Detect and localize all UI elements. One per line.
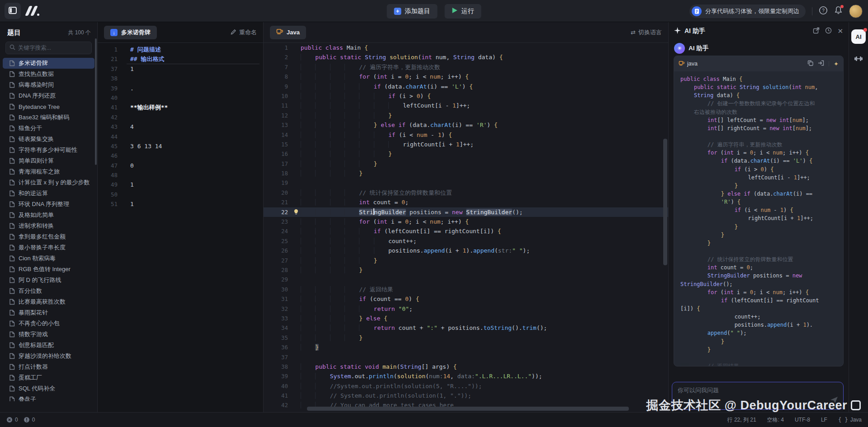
problem-item[interactable]: 创意标题匹配 (3, 340, 94, 351)
help-button[interactable]: ? (819, 6, 828, 16)
ai-code-line[interactable]: } (680, 346, 837, 354)
description-line[interactable]: 40 (98, 93, 263, 103)
language-mode[interactable]: { } Java (838, 417, 862, 423)
description-line[interactable]: 39. (98, 84, 263, 93)
code-line[interactable]: 37 (264, 352, 668, 362)
problem-item[interactable]: 比赛最高获胜次数 (3, 296, 94, 307)
ai-code-line[interactable]: // 创建一个整数数组来记录每个位置左边和 (680, 99, 837, 108)
code-line[interactable]: 28 } (264, 265, 668, 275)
ai-code-line[interactable]: } (680, 231, 837, 239)
eol-setting[interactable]: LF (821, 417, 827, 423)
problem-item[interactable]: Cion 勒索病毒 (3, 253, 94, 264)
problem-item[interactable]: 百分位数 (3, 286, 94, 296)
ai-chat-input[interactable] (672, 382, 844, 410)
code-line[interactable]: 19 (264, 178, 668, 188)
ai-code-line[interactable]: String data) { (680, 91, 837, 99)
run-button[interactable]: 运行 (445, 4, 481, 19)
description-line[interactable]: 50 (98, 190, 263, 199)
problem-item[interactable]: 青海湖租车之旅 (3, 166, 94, 177)
ai-code-line[interactable]: // 返回结果 (680, 362, 837, 366)
description-line[interactable]: 434 (98, 122, 263, 131)
ai-code-line[interactable]: if (data.charAt(i) == 'L') { (680, 157, 837, 165)
code-line[interactable]: 8 for (int i = 0; i < num; i++) { (264, 72, 668, 81)
problem-item[interactable]: 暴雨梨花针 (3, 307, 94, 318)
ai-code-line[interactable]: append(" "); (680, 329, 837, 337)
encoding-setting[interactable]: UTF-8 (795, 417, 810, 423)
ai-code-line[interactable]: positions.append(i + 1). (680, 321, 837, 329)
code-line[interactable]: 41 // System.out.println(solution(1, "."… (264, 391, 668, 400)
ai-code-line[interactable]: int[] leftCount = new int[num]; (680, 116, 837, 124)
code-line[interactable]: 13 } else if (data.charAt(i) == 'R') { (264, 120, 668, 130)
description-editor[interactable]: 1# 问题描述21## 输出格式3713839.4041**输出样例**4243… (98, 43, 263, 412)
ai-code-line[interactable] (680, 132, 837, 141)
problem-item[interactable]: 简单四则计算 (3, 155, 94, 166)
problem-item[interactable]: 最小替换子串长度 (3, 242, 94, 253)
problem-item[interactable]: 和的逆运算 (3, 188, 94, 199)
indentation-setting[interactable]: 空格: 4 (767, 416, 784, 424)
ai-code-line[interactable]: for (int i = 0; i < num; i++) { (680, 149, 837, 157)
ai-code-line[interactable]: } else if (data.charAt(i) == (680, 190, 837, 198)
description-line[interactable]: 491 (98, 180, 263, 189)
problem-item[interactable]: 阿 D 的飞行路线 (3, 275, 94, 286)
description-tab[interactable]: ↓ 多米诺骨牌 (104, 26, 157, 39)
problem-item[interactable]: 字符串有多少种可能性 (3, 145, 94, 155)
code-line[interactable]: 40 //System.out.println(solution(5, "R..… (264, 381, 668, 391)
problem-item[interactable]: 进制求和转换 (3, 221, 94, 231)
ai-code-line[interactable]: int[] rightCount = new int[num]; (680, 124, 837, 132)
user-avatar[interactable] (849, 5, 863, 18)
problem-item[interactable]: 环状 DNA 序列整理 (3, 199, 94, 210)
problem-item[interactable]: Bytedance Tree (3, 101, 94, 112)
code-line[interactable]: 30 // 返回结果 (264, 285, 668, 294)
sidebar-scrollbar[interactable] (95, 38, 97, 165)
magic-icon[interactable]: ✦ (834, 61, 839, 67)
description-line[interactable]: 371 (98, 64, 263, 74)
editor-vertical-scrollbar[interactable] (663, 139, 667, 265)
ai-code-line[interactable]: leftCount[i - 1]++; (680, 174, 837, 182)
description-line[interactable]: 48 (98, 170, 263, 180)
editor-horizontal-scrollbar[interactable] (307, 407, 629, 411)
code-line[interactable]: 36 } (264, 343, 668, 352)
description-line[interactable]: 38 (98, 74, 263, 83)
error-count[interactable]: 0 (6, 417, 18, 423)
ai-code-line[interactable]: count++; (680, 313, 837, 321)
problem-item[interactable]: 蛋糕工厂 (3, 372, 94, 383)
problem-item[interactable]: 链表聚集交换 (3, 134, 94, 145)
problem-item[interactable]: 多米诺骨牌 (3, 58, 94, 69)
problem-item[interactable]: 查找热点数据 (3, 69, 94, 80)
problem-item[interactable]: 拿到最多红包金额 (3, 231, 94, 242)
description-line[interactable]: 1# 问题描述 (98, 45, 263, 54)
code-line[interactable]: 15 rightCount[i + 1]++; (264, 140, 668, 149)
sidebar-toggle-button[interactable] (5, 3, 21, 19)
code-line[interactable]: 26 positions.append(i + 1).append(str:" … (264, 246, 668, 255)
code-line[interactable]: 33 } else { (264, 314, 668, 323)
ai-code-line[interactable]: // 统计保持竖立的骨牌数量和位置 (680, 255, 837, 263)
code-line[interactable]: 35 } (264, 333, 668, 343)
close-icon[interactable]: ✕ (837, 27, 843, 35)
ai-code-line[interactable]: 'R') { (680, 198, 837, 206)
code-line[interactable]: 22 StringBuilder positions = new StringB… (264, 207, 668, 217)
description-line[interactable]: 46 (98, 151, 263, 160)
code-line[interactable]: 1public class Main { (264, 43, 668, 52)
code-line[interactable]: 10 if (i > 0) { (264, 91, 668, 101)
search-input[interactable] (18, 45, 86, 51)
code-line[interactable]: 21 int count = 0; (264, 197, 668, 207)
code-line[interactable]: 12 } (264, 111, 668, 120)
insert-code-icon[interactable] (818, 60, 824, 67)
code-line[interactable]: 24 if (leftCount[i] == rightCount[i]) { (264, 226, 668, 236)
code-line[interactable]: 11 leftCount[i - 1]++; (264, 101, 668, 110)
code-line[interactable]: 9 if (data.charAt(i) == 'L') { (264, 82, 668, 91)
problem-item[interactable]: SQL 代码补全 (3, 383, 94, 394)
problem-item[interactable]: RGB 色值转 Integer (3, 264, 94, 275)
ai-code-line[interactable]: if (i < num - 1) { (680, 206, 837, 214)
add-problem-button[interactable]: + 添加题目 (387, 4, 438, 19)
ai-code-line[interactable]: public class Main { (680, 75, 837, 83)
problem-item[interactable]: 猜数字游戏 (3, 329, 94, 340)
send-icon[interactable] (830, 395, 839, 406)
ai-code-line[interactable]: for (int i = 0; i < num; i++) { (680, 288, 837, 296)
share-icon[interactable] (813, 27, 820, 35)
ai-code-line[interactable]: if (i > 0) { (680, 165, 837, 174)
problem-item[interactable]: 病毒感染时间 (3, 80, 94, 90)
problem-item[interactable]: 及格如此简单 (3, 210, 94, 221)
description-line[interactable]: 42 (98, 113, 263, 122)
search-box[interactable] (5, 42, 92, 54)
